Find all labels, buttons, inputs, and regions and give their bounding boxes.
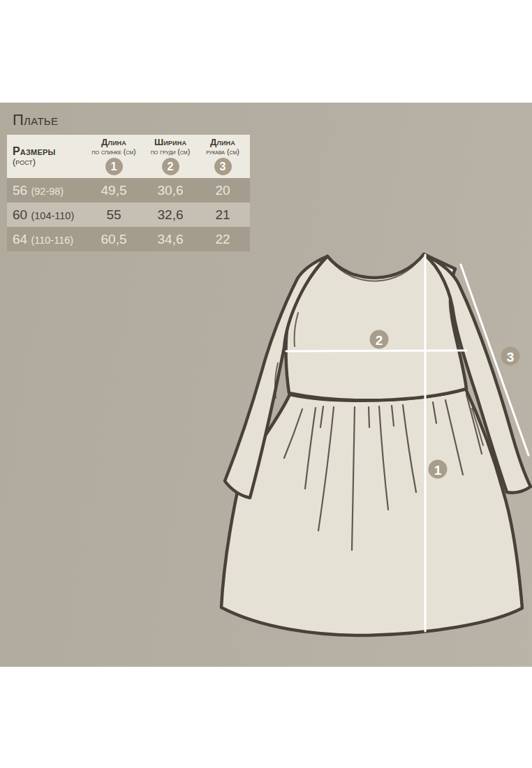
marker-2-label: 2 bbox=[376, 333, 383, 348]
dress-illustration: 2 3 1 bbox=[0, 0, 532, 768]
marker-1-label: 1 bbox=[434, 463, 442, 478]
size-chart-page: Платье Размеры (рост) Длина по спинке (с… bbox=[0, 0, 532, 768]
diagram-marker-2: 2 bbox=[370, 330, 389, 349]
measure-line-chest-width bbox=[286, 350, 466, 351]
diagram-marker-1: 1 bbox=[429, 460, 448, 479]
marker-3-label: 3 bbox=[507, 350, 515, 364]
diagram-marker-3: 3 bbox=[501, 347, 520, 366]
